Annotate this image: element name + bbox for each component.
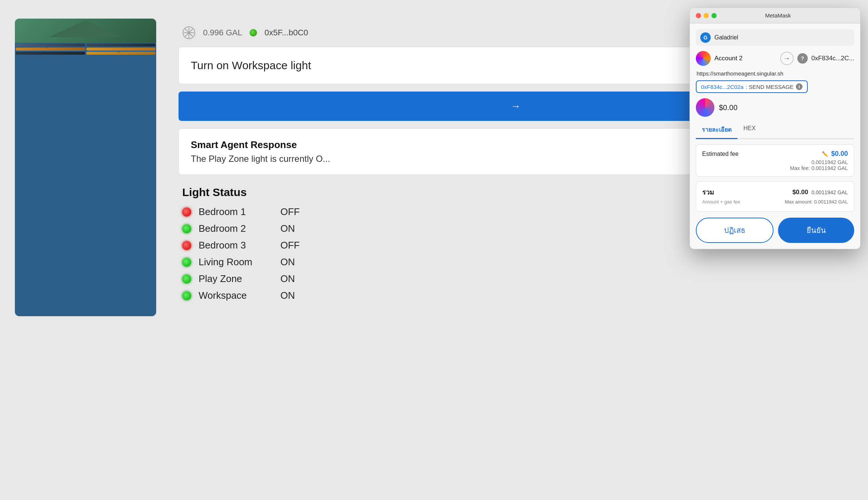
mm-minimize-button[interactable] bbox=[704, 13, 709, 18]
room-bedroom3: Bedroom 3 bbox=[86, 44, 156, 47]
rooms-grid: Bedroom 2 Bedroom 3 Play Zone bbox=[15, 43, 156, 55]
mm-buttons: ปฏิเสธ ยืนยัน bbox=[696, 218, 854, 243]
account-address: 0x5F...b0C0 bbox=[264, 28, 308, 38]
status-dot-workspace bbox=[182, 291, 191, 300]
room-bedroom2: Bedroom 2 bbox=[16, 44, 85, 47]
room-name-livingroom: Living Room bbox=[199, 256, 273, 268]
mm-tabs: รายละเอียด HEX bbox=[696, 121, 854, 139]
status-dot-bedroom3 bbox=[182, 241, 191, 250]
room-name-workspace: Workspace bbox=[199, 290, 273, 301]
mm-titlebar: MetaMask bbox=[690, 8, 860, 23]
mm-amount-gas-label: Amount + gas fee bbox=[702, 199, 740, 205]
room-bedroom1: Bedroom 1 bbox=[16, 52, 85, 55]
status-dot-bedroom1 bbox=[182, 208, 191, 217]
mm-max-amount: Max amount: 0.0011942 GAL bbox=[785, 199, 848, 205]
light-row-playzone: Play Zone ON bbox=[182, 273, 849, 285]
mm-contract-action: : SEND MESSAGE bbox=[746, 84, 793, 90]
mm-tab-hex[interactable]: HEX bbox=[737, 121, 762, 139]
mm-fee-label: Estimated fee bbox=[702, 151, 739, 157]
mm-site-url: https://smarthomeagent.singular.sh bbox=[696, 70, 854, 77]
status-bedroom2: ON bbox=[280, 223, 295, 234]
mm-contract-address: 0xF834c...2C02a bbox=[701, 84, 743, 90]
mm-fee-gal: 0.0011942 GAL bbox=[702, 159, 848, 165]
mm-account-name: Account 2 bbox=[714, 55, 777, 62]
mm-total-amount: $0.00 0.0011942 GAL bbox=[793, 189, 848, 196]
mm-search-g-icon: G bbox=[700, 32, 711, 43]
status-bedroom1: OFF bbox=[280, 206, 300, 218]
status-workspace: ON bbox=[280, 290, 295, 301]
mm-total-row: รวม $0.00 0.0011942 GAL bbox=[702, 187, 848, 198]
mm-window-title: MetaMask bbox=[720, 12, 836, 19]
mm-fee-max-val: 0.0011942 GAL bbox=[811, 165, 848, 171]
room-livingroom: Living Room bbox=[86, 52, 156, 55]
mm-question-icon: ? bbox=[797, 53, 808, 64]
room-workspace: Workspace bbox=[86, 48, 156, 51]
mm-account-address: 0xF834c...2C... bbox=[811, 55, 854, 62]
mm-token-row: $0.00 bbox=[696, 98, 854, 117]
mm-total-label: รวม bbox=[702, 187, 714, 198]
mm-close-button[interactable] bbox=[696, 13, 701, 18]
main-container: Bedroom 2 Bedroom 3 Play Zone bbox=[0, 0, 868, 500]
mm-fee-amount: $0.00 bbox=[831, 150, 848, 158]
account-dot bbox=[250, 29, 257, 36]
mm-fee-row: Estimated fee ✏️ $0.00 bbox=[702, 150, 848, 158]
room-playzone: Play Zone bbox=[16, 48, 85, 51]
mm-search-bar[interactable]: G Galadriel bbox=[696, 29, 854, 46]
mm-transfer-arrow[interactable]: → bbox=[780, 52, 794, 65]
mm-body: G Galadriel Account 2 → ? 0xF834c...2C..… bbox=[690, 23, 860, 249]
mm-token-icon bbox=[696, 98, 714, 117]
status-bedroom3: OFF bbox=[280, 240, 300, 251]
send-arrow: → bbox=[511, 100, 521, 112]
room-name-bedroom3: Bedroom 3 bbox=[199, 240, 273, 251]
mm-account-row: Account 2 → ? 0xF834c...2C... bbox=[696, 51, 854, 66]
room-name-bedroom1: Bedroom 1 bbox=[199, 206, 273, 218]
mm-token-amount: $0.00 bbox=[719, 103, 737, 112]
room-name-playzone: Play Zone bbox=[199, 273, 273, 285]
status-livingroom: ON bbox=[280, 256, 295, 268]
mm-search-account: Galadriel bbox=[714, 34, 738, 41]
metamask-popup: MetaMask G Galadriel Account 2 → ? 0xF83… bbox=[689, 7, 861, 249]
mm-traffic-lights bbox=[696, 13, 717, 18]
message-text: Turn on Workspace light bbox=[191, 59, 311, 72]
mm-info-icon[interactable]: ℹ bbox=[796, 83, 803, 90]
mm-fee-edit-icon[interactable]: ✏️ bbox=[822, 151, 828, 157]
mm-maximize-button[interactable] bbox=[711, 13, 717, 18]
status-dot-playzone bbox=[182, 275, 191, 283]
mm-amount-gas-row: Amount + gas fee Max amount: 0.0011942 G… bbox=[702, 199, 848, 205]
mm-fee-card: Estimated fee ✏️ $0.00 0.0011942 GAL Max… bbox=[696, 144, 854, 177]
house-floorplan: Bedroom 2 Bedroom 3 Play Zone bbox=[15, 19, 156, 316]
mm-reject-button[interactable]: ปฏิเสธ bbox=[696, 218, 774, 243]
light-row-workspace: Workspace ON bbox=[182, 290, 849, 301]
mm-confirm-button[interactable]: ยืนยัน bbox=[778, 218, 854, 243]
mm-fee-max-label: Max fee: bbox=[790, 165, 810, 171]
status-playzone: ON bbox=[280, 273, 295, 285]
gal-icon bbox=[182, 26, 196, 39]
status-dot-bedroom2 bbox=[182, 224, 191, 233]
gal-balance: 0.996 GAL bbox=[203, 28, 242, 38]
mm-avatar bbox=[696, 51, 711, 66]
room-name-bedroom2: Bedroom 2 bbox=[199, 223, 273, 234]
mm-contract-pill[interactable]: 0xF834c...2C02a : SEND MESSAGE ℹ bbox=[696, 80, 808, 93]
mm-tab-details[interactable]: รายละเอียด bbox=[696, 121, 737, 139]
status-dot-livingroom bbox=[182, 258, 191, 267]
mm-fee-max: Max fee: 0.0011942 GAL bbox=[702, 165, 848, 171]
light-row-livingroom: Living Room ON bbox=[182, 256, 849, 268]
mm-total-card: รวม $0.00 0.0011942 GAL Amount + gas fee… bbox=[696, 181, 854, 212]
